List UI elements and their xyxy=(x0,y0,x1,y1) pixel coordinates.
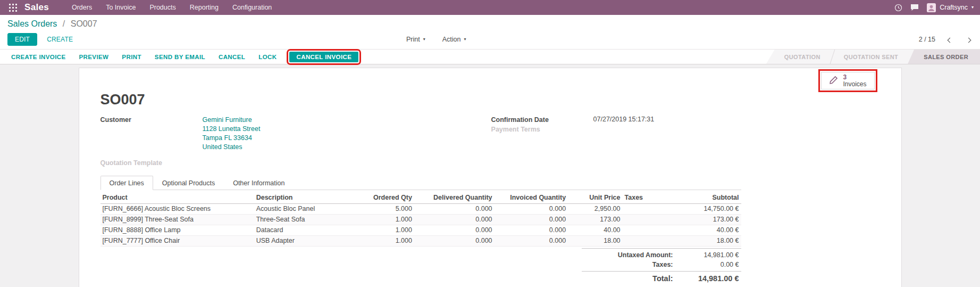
col-description[interactable]: Description xyxy=(254,191,357,204)
nav-to-invoice[interactable]: To Invoice xyxy=(99,0,143,15)
confirmation-date-value: 07/27/2019 15:17:31 xyxy=(593,116,655,124)
order-line-row[interactable]: [FURN_6666] Acoustic Bloc Screens Acoust… xyxy=(100,204,741,215)
control-panel: Sales Orders / SO007 EDIT CREATE Print ▾… xyxy=(0,15,980,49)
user-avatar xyxy=(927,3,936,12)
statusbar: CREATE INVOICE PREVIEW PRINT SEND BY EMA… xyxy=(0,49,980,64)
pager-next-button[interactable] xyxy=(965,35,973,45)
status-step-quotation[interactable]: QUOTATION xyxy=(773,50,832,64)
order-line-row[interactable]: [FURN_7777] Office Chair USB Adapter 1.0… xyxy=(100,236,741,247)
navbar-right: Craftsync ▾ xyxy=(894,3,974,12)
order-line-row[interactable]: [FURN_8888] Office Lamp Datacard 1.000 0… xyxy=(100,225,741,236)
cell-invoiced-quantity: 0.000 xyxy=(495,236,568,247)
activities-clock-icon[interactable] xyxy=(894,4,902,12)
edit-button[interactable]: EDIT xyxy=(7,33,37,46)
breadcrumb-current: SO007 xyxy=(71,19,97,28)
print-menu-label: Print xyxy=(406,36,420,43)
cell-ordered-qty: 1.000 xyxy=(356,225,414,236)
confirmation-date-label: Confirmation Date xyxy=(491,116,593,124)
customer-label: Customer xyxy=(100,116,203,152)
send-by-email-button[interactable]: SEND BY EMAIL xyxy=(149,51,211,63)
stat-button-box: 3 Invoices xyxy=(79,68,901,89)
cell-delivered-quantity: 0.000 xyxy=(414,204,495,215)
caret-down-icon: ▾ xyxy=(464,37,466,42)
action-menu-button[interactable]: Action ▾ xyxy=(441,34,467,45)
status-pipeline: QUOTATION QUOTATION SENT SALES ORDER xyxy=(766,50,980,64)
quotation-template-label: Quotation Template xyxy=(100,159,203,167)
lock-button[interactable]: LOCK xyxy=(253,51,282,63)
cancel-invoice-button[interactable]: CANCEL INVOICE xyxy=(289,52,358,62)
cell-unit-price: 40.00 xyxy=(568,225,622,236)
order-lines-table: Product Description Ordered Qty Delivere… xyxy=(100,191,741,247)
user-menu[interactable]: Craftsync ▾ xyxy=(927,3,974,12)
taxes-value: 0.00 € xyxy=(681,261,739,268)
messages-icon[interactable] xyxy=(910,4,919,11)
cell-description: USB Adapter xyxy=(254,236,357,247)
pager-count: 2 / 15 xyxy=(919,36,935,43)
app-name[interactable]: Sales xyxy=(24,2,49,13)
col-product[interactable]: Product xyxy=(100,191,254,204)
col-subtotal[interactable]: Subtotal xyxy=(661,191,741,204)
nav-reporting[interactable]: Reporting xyxy=(183,0,225,15)
customer-country-link[interactable]: United States xyxy=(203,143,261,152)
cell-subtotal: 40.00 € xyxy=(661,225,741,236)
create-invoice-button[interactable]: CREATE INVOICE xyxy=(5,51,72,63)
order-title: SO007 xyxy=(100,92,741,108)
nav-orders[interactable]: Orders xyxy=(65,0,99,15)
notebook-tabs: Order Lines Optional Products Other Info… xyxy=(100,176,741,190)
invoices-count: 3 xyxy=(843,74,866,81)
customer-city-link[interactable]: Tampa FL 33634 xyxy=(203,134,261,143)
cell-invoiced-quantity: 0.000 xyxy=(495,204,568,215)
cell-unit-price: 18.00 xyxy=(568,236,622,247)
user-name: Craftsync xyxy=(940,4,968,11)
caret-down-icon: ▾ xyxy=(423,37,425,42)
cell-delivered-quantity: 0.000 xyxy=(414,225,495,236)
cell-unit-price: 173.00 xyxy=(568,215,622,225)
breadcrumb-sales-orders[interactable]: Sales Orders xyxy=(7,19,57,28)
invoices-label: Invoices xyxy=(843,81,866,88)
cell-taxes xyxy=(623,225,661,236)
cell-subtotal: 18.00 € xyxy=(661,236,741,247)
control-panel-buttons: EDIT CREATE Print ▾ Action ▾ 2 / 15 xyxy=(7,32,973,46)
customer-street-link[interactable]: 1128 Lunetta Street xyxy=(203,125,261,134)
col-ordered-qty[interactable]: Ordered Qty xyxy=(356,191,414,204)
col-unit-price[interactable]: Unit Price xyxy=(568,191,622,204)
apps-menu-icon[interactable] xyxy=(6,4,19,12)
invoices-stat-button[interactable]: 3 Invoices xyxy=(821,72,874,89)
customer-name-link[interactable]: Gemini Furniture xyxy=(203,116,261,125)
table-header-row: Product Description Ordered Qty Delivere… xyxy=(100,191,741,204)
preview-button[interactable]: PREVIEW xyxy=(73,51,115,63)
top-navbar: Sales Orders To Invoice Products Reporti… xyxy=(0,0,980,15)
form-fields: Customer Gemini Furniture 1128 Lunetta S… xyxy=(100,116,741,168)
cell-taxes xyxy=(623,204,661,215)
action-menu-label: Action xyxy=(442,36,461,43)
main-menu: Orders To Invoice Products Reporting Con… xyxy=(65,0,279,15)
col-taxes[interactable]: Taxes xyxy=(623,191,661,204)
nav-configuration[interactable]: Configuration xyxy=(225,0,279,15)
tab-order-lines[interactable]: Order Lines xyxy=(100,176,153,190)
create-button[interactable]: CREATE xyxy=(46,34,74,45)
col-delivered-quantity[interactable]: Delivered Quantity xyxy=(414,191,495,204)
pencil-icon xyxy=(829,76,838,86)
order-line-row[interactable]: [FURN_8999] Three-Seat Sofa Three-Seat S… xyxy=(100,215,741,225)
cell-taxes xyxy=(623,215,661,225)
print-menu-button[interactable]: Print ▾ xyxy=(405,34,426,45)
print-button[interactable]: PRINT xyxy=(116,51,147,63)
status-step-sales-order[interactable]: SALES ORDER xyxy=(908,50,980,64)
nav-products[interactable]: Products xyxy=(143,0,182,15)
sale-order-sheet: 3 Invoices SO007 Customer Gemini Furnitu… xyxy=(79,68,902,287)
total-value: 14,981.00 € xyxy=(681,274,739,283)
pager-previous-button[interactable] xyxy=(946,35,954,45)
cell-product: [FURN_8999] Three-Seat Sofa xyxy=(100,215,254,225)
col-invoiced-quantity[interactable]: Invoiced Quantity xyxy=(495,191,568,204)
cancel-button[interactable]: CANCEL xyxy=(213,51,251,63)
tab-other-information[interactable]: Other Information xyxy=(224,176,294,190)
cell-taxes xyxy=(623,236,661,247)
untaxed-amount-label: Untaxed Amount: xyxy=(584,251,681,259)
caret-down-icon: ▾ xyxy=(971,5,974,10)
breadcrumb: Sales Orders / SO007 xyxy=(7,19,973,29)
cell-delivered-quantity: 0.000 xyxy=(414,215,495,225)
status-step-quotation-sent[interactable]: QUOTATION SENT xyxy=(832,50,910,64)
cell-product: [FURN_6666] Acoustic Bloc Screens xyxy=(100,204,254,215)
chevron-right-icon xyxy=(966,37,971,43)
tab-optional-products[interactable]: Optional Products xyxy=(153,176,224,190)
